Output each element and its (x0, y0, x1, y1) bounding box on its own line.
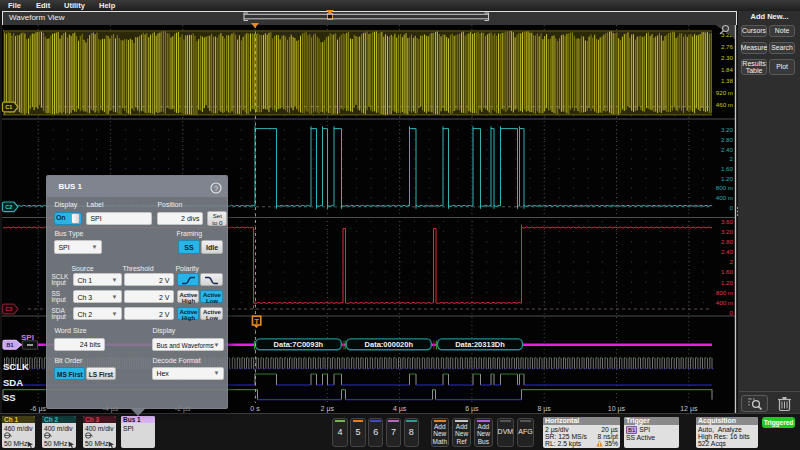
svg-text:SS: SS (3, 392, 16, 403)
svg-text:SDA: SDA (3, 377, 23, 388)
svg-text:460 m: 460 m (716, 101, 733, 108)
svg-text:3.20: 3.20 (721, 126, 734, 133)
svg-text:400 m: 400 m (716, 299, 733, 306)
svg-text:6 µs: 6 µs (465, 405, 479, 413)
svg-text:Data:7C0093h: Data:7C0093h (274, 340, 324, 349)
svg-text:920 m: 920 m (716, 89, 733, 96)
svg-text:Data:000020h: Data:000020h (365, 340, 414, 349)
svg-text:800 m: 800 m (716, 184, 733, 191)
svg-text:10 µs: 10 µs (608, 405, 626, 413)
svg-text:B1: B1 (6, 342, 13, 348)
svg-text:3.60: 3.60 (721, 218, 734, 225)
svg-text:8 µs: 8 µs (538, 405, 552, 413)
svg-text:2.76: 2.76 (721, 43, 734, 50)
svg-text:1.84: 1.84 (721, 66, 734, 73)
svg-text:C3: C3 (5, 306, 12, 312)
svg-text:T: T (254, 318, 259, 325)
svg-text:12 µs: 12 µs (680, 405, 698, 413)
svg-text:?: ? (214, 183, 218, 192)
svg-text:-6 µs: -6 µs (30, 405, 46, 413)
svg-text:C1: C1 (5, 104, 12, 110)
svg-text:Data:20313Dh: Data:20313Dh (455, 340, 505, 349)
svg-text:1.60: 1.60 (721, 165, 734, 172)
svg-text:2.80: 2.80 (721, 238, 734, 245)
svg-text:1.38: 1.38 (721, 77, 734, 84)
svg-text:SPI: SPI (21, 333, 34, 342)
svg-text:2.80: 2.80 (721, 136, 734, 143)
svg-text:800 m: 800 m (716, 289, 733, 296)
svg-text:C2: C2 (5, 204, 12, 210)
svg-text:1.20: 1.20 (721, 175, 734, 182)
svg-text:2 µs: 2 µs (321, 405, 335, 413)
svg-text:0: 0 (730, 309, 734, 316)
svg-text:2.30: 2.30 (721, 54, 734, 61)
svg-text:400 m: 400 m (716, 194, 733, 201)
svg-text:2: 2 (730, 258, 734, 265)
svg-text:0: 0 (730, 204, 734, 211)
svg-text:0 s: 0 s (250, 405, 260, 412)
svg-text:2.40: 2.40 (721, 146, 734, 153)
svg-text:SCLK: SCLK (3, 361, 29, 372)
svg-text:1.60: 1.60 (721, 268, 734, 275)
svg-text:4 µs: 4 µs (393, 405, 407, 413)
svg-text:2: 2 (730, 155, 734, 162)
svg-text:2.40: 2.40 (721, 248, 734, 255)
svg-text:1.20: 1.20 (721, 279, 734, 286)
svg-text:3.20: 3.20 (721, 228, 734, 235)
